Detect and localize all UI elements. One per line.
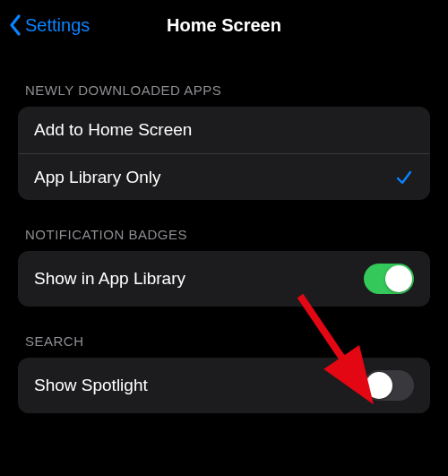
group-search: Show Spotlight xyxy=(18,358,430,413)
option-add-to-home-screen[interactable]: Add to Home Screen xyxy=(18,107,430,153)
content-area: NEWLY DOWNLOADED APPS Add to Home Screen… xyxy=(0,50,448,413)
toggle-show-spotlight[interactable] xyxy=(364,370,414,401)
group-newly-downloaded: Add to Home Screen App Library Only xyxy=(18,107,430,200)
section-header-search: SEARCH xyxy=(18,307,430,358)
toggle-label: Show Spotlight xyxy=(34,376,148,395)
toggle-knob xyxy=(366,372,392,399)
row-show-spotlight[interactable]: Show Spotlight xyxy=(18,358,430,413)
navigation-bar: Settings Home Screen xyxy=(0,0,448,50)
checkmark-icon xyxy=(394,168,414,187)
section-header-notification-badges: NOTIFICATION BADGES xyxy=(18,200,430,251)
toggle-show-in-app-library[interactable] xyxy=(364,264,414,294)
option-app-library-only[interactable]: App Library Only xyxy=(18,153,430,200)
toggle-knob xyxy=(385,265,412,292)
option-label: Add to Home Screen xyxy=(34,120,192,140)
option-label: App Library Only xyxy=(34,168,161,187)
row-show-in-app-library[interactable]: Show in App Library xyxy=(18,251,430,307)
page-title: Home Screen xyxy=(167,15,281,36)
back-button[interactable]: Settings xyxy=(7,13,90,38)
toggle-label: Show in App Library xyxy=(34,269,185,289)
chevron-left-icon xyxy=(7,13,23,38)
group-notification-badges: Show in App Library xyxy=(18,251,430,307)
section-header-newly-downloaded: NEWLY DOWNLOADED APPS xyxy=(18,50,430,107)
back-label: Settings xyxy=(25,15,90,36)
